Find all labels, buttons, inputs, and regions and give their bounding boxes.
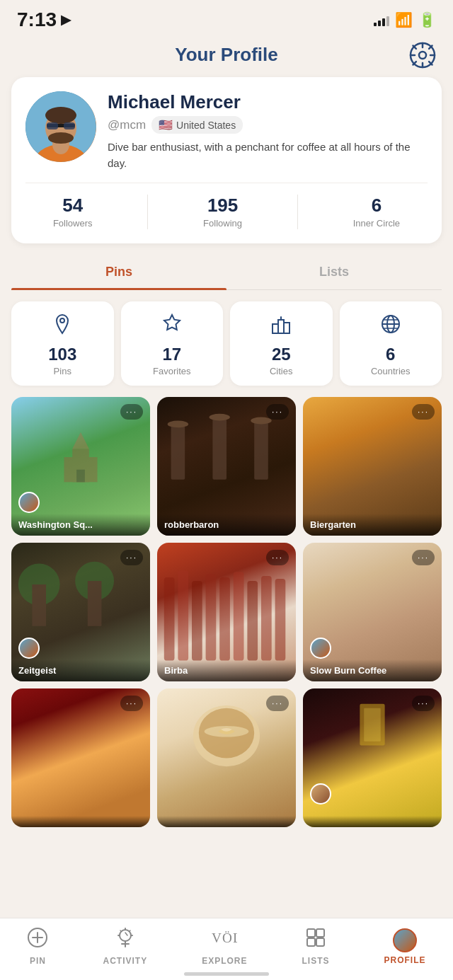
stat-inner-circle[interactable]: 6 Inner Circle — [353, 195, 400, 229]
tab-pins[interactable]: Pins — [11, 255, 226, 289]
cities-label: Cities — [270, 366, 293, 376]
pin-circle-icon — [27, 927, 48, 953]
page-title: Your Profile — [175, 44, 277, 66]
stat-card-favorites[interactable]: 17 Favorites — [121, 301, 224, 386]
nav-item-explore[interactable]: VÖL EXPLORE — [202, 927, 247, 966]
svg-rect-46 — [192, 581, 202, 661]
svg-rect-47 — [206, 574, 217, 661]
nav-item-activity[interactable]: ACTIVITY — [103, 927, 147, 966]
list-item[interactable]: ··· Birba — [157, 543, 296, 681]
nav-label-explore: EXPLORE — [202, 956, 247, 966]
svg-rect-34 — [171, 424, 185, 479]
location-icon: ▶ — [61, 12, 71, 28]
country-badge: 🇺🇸 United States — [151, 116, 243, 134]
photo-menu-button[interactable]: ··· — [120, 696, 143, 711]
tab-lists[interactable]: Lists — [226, 255, 442, 289]
list-item[interactable]: ··· Biergarten — [303, 397, 442, 536]
nav-label-pin: PIN — [30, 956, 46, 966]
photo-overlay — [303, 816, 442, 827]
svg-rect-19 — [64, 122, 75, 129]
list-item[interactable]: ··· — [303, 688, 442, 827]
nav-item-profile[interactable]: PROFILE — [384, 928, 425, 965]
followers-count: 54 — [53, 195, 93, 217]
list-item[interactable]: ··· — [157, 688, 296, 827]
following-label: Following — [203, 218, 242, 229]
profile-stats: 54 Followers 195 Following 6 Inner Circl… — [25, 183, 428, 229]
photo-menu-button[interactable]: ··· — [120, 404, 143, 420]
svg-rect-23 — [284, 323, 289, 333]
battery-icon: 🔋 — [418, 11, 436, 28]
nav-label-activity: ACTIVITY — [103, 956, 147, 966]
list-item[interactable]: ··· robberbaron — [157, 397, 296, 536]
svg-marker-31 — [72, 432, 89, 449]
star-icon — [127, 313, 218, 340]
inner-circle-count: 6 — [353, 195, 400, 217]
photo-label: robberbaron — [164, 519, 219, 530]
globe-icon — [345, 313, 437, 340]
svg-point-20 — [60, 318, 64, 323]
svg-rect-21 — [273, 324, 278, 333]
stat-card-countries[interactable]: 6 Countries — [340, 301, 442, 386]
svg-rect-36 — [212, 417, 226, 480]
photo-user-avatar — [310, 783, 331, 805]
photo-overlay — [157, 816, 296, 827]
stat-card-cities[interactable]: 25 Cities — [230, 301, 333, 386]
nav-profile-avatar — [393, 928, 417, 952]
stat-card-pins[interactable]: 103 Pins — [11, 301, 114, 386]
pins-label: Pins — [54, 366, 71, 376]
photo-user-avatar — [18, 492, 40, 513]
svg-rect-45 — [178, 570, 188, 660]
signal-strength — [374, 13, 389, 26]
settings-button[interactable] — [409, 42, 436, 69]
inner-circle-label: Inner Circle — [353, 218, 400, 229]
stat-following[interactable]: 195 Following — [203, 195, 242, 229]
photo-overlay: Slow Burn Coffee — [303, 659, 442, 681]
svg-rect-48 — [219, 577, 230, 661]
tabs: Pins Lists — [11, 255, 442, 290]
svg-rect-57 — [364, 708, 381, 742]
wifi-icon: 📶 — [395, 11, 413, 28]
activity-icon — [115, 927, 136, 953]
photo-menu-button[interactable]: ··· — [412, 404, 435, 420]
profile-info: Michael Mercer @mcm 🇺🇸 United States Div… — [108, 91, 428, 171]
home-indicator — [184, 972, 269, 976]
avatar — [25, 91, 96, 162]
list-item[interactable]: ··· Slow Burn Coffee — [303, 543, 442, 681]
profile-bio: Dive bar enthusiast, with a penchant for… — [108, 139, 428, 171]
svg-rect-43 — [88, 581, 102, 626]
profile-handle: @mcm — [108, 118, 146, 132]
svg-rect-41 — [32, 584, 46, 626]
svg-line-65 — [129, 930, 130, 932]
svg-point-15 — [45, 107, 76, 124]
photo-label: Slow Burn Coffee — [310, 665, 386, 676]
photo-overlay: robberbaron — [157, 514, 296, 536]
photo-label: Biergarten — [310, 519, 356, 530]
nav-item-lists[interactable]: LISTS — [302, 927, 329, 966]
pin-icon — [17, 313, 108, 340]
nav-item-pin[interactable]: PIN — [27, 927, 48, 966]
list-item[interactable]: ··· — [11, 688, 150, 827]
profile-card: Michael Mercer @mcm 🇺🇸 United States Div… — [11, 77, 442, 243]
photo-label: Washington Sq... — [18, 519, 93, 530]
photo-overlay — [11, 816, 150, 827]
page-header: Your Profile — [0, 37, 453, 77]
favorites-count: 17 — [127, 345, 218, 364]
time-display: 7:13 — [17, 8, 57, 31]
list-item[interactable]: ··· Zeitgeist — [11, 543, 150, 681]
city-icon — [236, 313, 327, 340]
svg-rect-52 — [275, 579, 286, 661]
svg-point-16 — [48, 132, 74, 144]
list-item[interactable]: ··· Washington Sq... — [11, 397, 150, 536]
photo-menu-button[interactable]: ··· — [412, 696, 435, 711]
svg-rect-49 — [234, 572, 244, 660]
status-time: 7:13 ▶ — [17, 8, 71, 31]
country-name: United States — [176, 120, 236, 131]
svg-rect-50 — [247, 581, 258, 661]
stat-followers[interactable]: 54 Followers — [53, 195, 93, 229]
svg-rect-71 — [307, 929, 315, 937]
svg-line-66 — [120, 930, 122, 932]
photo-grid: ··· Washington Sq... ··· robberbaron — [11, 397, 442, 898]
photo-menu-button[interactable]: ··· — [412, 550, 435, 565]
following-count: 195 — [203, 195, 242, 217]
svg-rect-44 — [164, 577, 175, 661]
